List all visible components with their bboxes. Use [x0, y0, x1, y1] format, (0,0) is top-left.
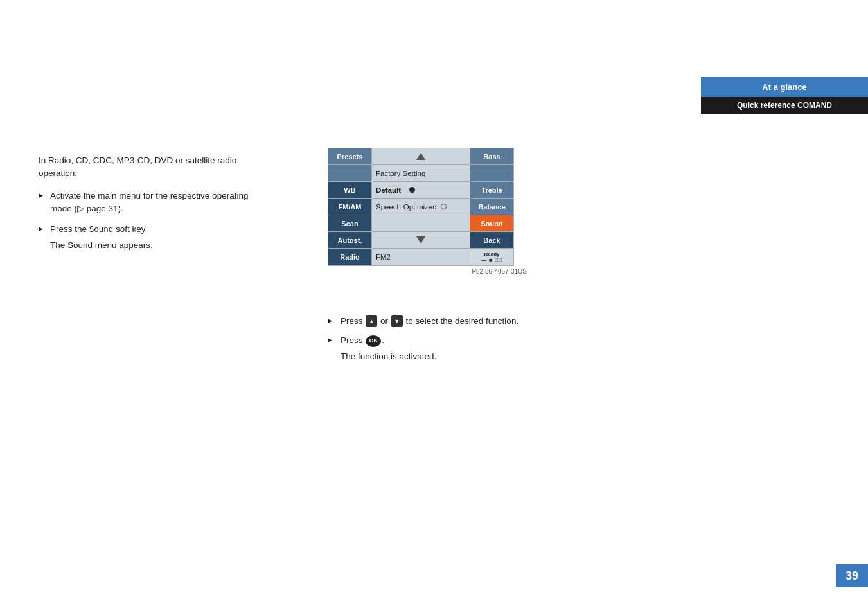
instruction-subtext-2: The function is activated.: [341, 350, 553, 363]
bullet-list: Activate the main menu for the respectiv…: [39, 190, 257, 253]
bullet-text-1: Activate the main menu for the respectiv…: [50, 191, 248, 213]
screen-cell-default: Default: [372, 182, 470, 198]
instruction-item-1: Press ▲ or ▼ to select the desired funct…: [328, 315, 553, 328]
comand-screen: Presets Bass Factory Setting WB Default …: [328, 148, 514, 266]
screen-cell-fmam: FM/AM: [328, 199, 372, 215]
bullet-item-2: Press the Sound soft key. The Sound menu…: [39, 223, 257, 252]
screen-cell-back: Back: [470, 232, 513, 248]
comand-screen-area: Presets Bass Factory Setting WB Default …: [328, 148, 527, 275]
screen-cell-bass: Bass: [470, 148, 513, 164]
left-content: In Radio, CD, CDC, MP3-CD, DVD or satell…: [39, 154, 257, 260]
instruction-text-1: Press ▲ or ▼ to select the desired funct…: [341, 316, 518, 326]
instruction-text-2: Press OK.: [341, 335, 384, 345]
instructions-list: Press ▲ or ▼ to select the desired funct…: [328, 315, 553, 363]
screen-cell-wb: WB: [328, 182, 372, 198]
screen-row-presets: Presets Bass: [328, 148, 513, 165]
screen-row-fmam: FM/AM Speech-Optimized Balance: [328, 199, 513, 215]
image-reference: P82.86-4057-31US: [328, 268, 527, 275]
screen-row-scan: Scan Sound: [328, 215, 513, 232]
header-tab: At a glance Quick reference COMAND: [701, 77, 868, 114]
intro-text: In Radio, CD, CDC, MP3-CD, DVD or satell…: [39, 154, 257, 181]
screen-cell-factory: Factory Setting: [372, 165, 470, 181]
bullet-subtext-2: The Sound menu appears.: [50, 239, 257, 252]
triangle-up-icon: [416, 153, 425, 160]
screen-cell-autost: Autost.: [328, 232, 372, 248]
radio-filled-icon: [409, 187, 415, 193]
screen-cell-presets: Presets: [328, 148, 372, 164]
screen-cell-ready: Ready — ■ □□: [470, 249, 513, 265]
section-label: Quick reference COMAND: [701, 97, 868, 114]
screen-cell-fm2: FM2: [372, 249, 470, 265]
screen-row-radio: Radio FM2 Ready — ■ □□: [328, 249, 513, 265]
screen-row-autost: Autost. Back: [328, 232, 513, 249]
screen-cell-sound: Sound: [470, 215, 513, 231]
ok-button: OK: [366, 335, 381, 347]
screen-cell-empty-2: [470, 165, 513, 181]
screen-row-factory: Factory Setting: [328, 165, 513, 182]
instruction-item-2: Press OK. The function is activated.: [328, 334, 553, 363]
chapter-label: At a glance: [701, 77, 868, 97]
screen-row-wb: WB Default Treble: [328, 182, 513, 199]
radio-empty-icon: [441, 204, 447, 209]
ready-label: Ready: [484, 251, 499, 257]
arrow-down-button: ▼: [391, 315, 403, 327]
instructions-area: Press ▲ or ▼ to select the desired funct…: [328, 315, 553, 369]
ready-dots: — ■ □□: [481, 257, 502, 263]
bullet-item-1: Activate the main menu for the respectiv…: [39, 190, 257, 216]
screen-cell-down-arrow: [372, 232, 470, 248]
bullet-text-2: Press the Sound soft key.: [50, 224, 147, 234]
arrow-up-button: ▲: [366, 315, 377, 327]
screen-cell-speech: Speech-Optimized: [372, 199, 470, 215]
screen-cell-treble: Treble: [470, 182, 513, 198]
screen-cell-empty-mid: [372, 215, 470, 231]
page-number: 39: [836, 564, 868, 587]
screen-cell-balance: Balance: [470, 199, 513, 215]
screen-cell-radio: Radio: [328, 249, 372, 265]
triangle-down-icon: [416, 236, 425, 244]
screen-cell-empty-1: [328, 165, 372, 181]
screen-cell-scan: Scan: [328, 215, 372, 231]
screen-cell-up-arrow: [372, 148, 470, 164]
